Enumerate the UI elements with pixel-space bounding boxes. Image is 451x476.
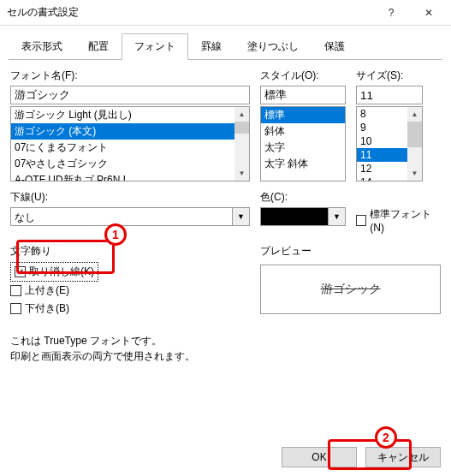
annotation-badge-2: 2 bbox=[375, 426, 397, 449]
list-item[interactable]: 游ゴシック Light (見出し) bbox=[11, 107, 234, 123]
scroll-down-icon[interactable]: ▼ bbox=[407, 166, 422, 181]
scroll-down-icon[interactable]: ▼ bbox=[234, 166, 249, 181]
list-item[interactable]: 07やさしさゴシック bbox=[11, 156, 234, 172]
style-listbox[interactable]: 標準 斜体 太字 太字 斜体 bbox=[260, 106, 346, 181]
checkbox-icon bbox=[10, 303, 21, 314]
color-label: 色(C): bbox=[260, 190, 346, 205]
size-listbox[interactable]: 8 9 10 11 12 14 ▲ ▼ bbox=[356, 106, 423, 181]
list-item[interactable]: 斜体 bbox=[261, 123, 345, 140]
list-item[interactable]: 14 bbox=[357, 176, 407, 181]
tab-protection[interactable]: 保護 bbox=[312, 33, 358, 60]
scroll-up-icon[interactable]: ▲ bbox=[234, 107, 249, 122]
tab-fill[interactable]: 塗りつぶし bbox=[234, 33, 312, 60]
style-input[interactable] bbox=[260, 86, 346, 104]
tab-font[interactable]: フォント bbox=[122, 33, 188, 60]
list-item[interactable]: 8 bbox=[357, 107, 407, 121]
list-item[interactable]: 9 bbox=[357, 121, 407, 134]
scrollbar[interactable]: ▲ ▼ bbox=[234, 107, 249, 181]
checkbox-icon bbox=[356, 215, 366, 226]
underline-combo[interactable]: なし bbox=[10, 207, 233, 226]
underline-label: 下線(U): bbox=[10, 190, 250, 205]
size-label: サイズ(S): bbox=[356, 68, 423, 83]
strikethrough-label: 取り消し線(K) bbox=[29, 265, 94, 279]
checkbox-icon bbox=[10, 285, 21, 296]
tab-border[interactable]: 罫線 bbox=[188, 33, 234, 60]
list-item[interactable]: 10 bbox=[357, 134, 407, 148]
chevron-down-icon[interactable]: ▼ bbox=[329, 207, 346, 226]
preview-text: 游ゴシック bbox=[321, 282, 381, 297]
list-item[interactable]: 太字 bbox=[261, 140, 345, 156]
chevron-down-icon[interactable]: ▼ bbox=[233, 207, 250, 226]
description: これは TrueType フォントです。 印刷と画面表示の両方で使用されます。 bbox=[10, 333, 441, 364]
preview-label: プレビュー bbox=[260, 244, 441, 259]
subscript-checkbox[interactable]: 下付き(B) bbox=[10, 300, 250, 318]
strikethrough-checkbox[interactable]: 取り消し線(K) bbox=[10, 262, 98, 282]
effects-label: 文字飾り bbox=[10, 244, 250, 259]
cancel-button[interactable]: キャンセル bbox=[365, 447, 441, 467]
color-combo[interactable] bbox=[260, 207, 329, 226]
list-item[interactable]: 太字 斜体 bbox=[261, 156, 345, 172]
list-item[interactable]: 12 bbox=[357, 162, 407, 176]
normal-font-label: 標準フォント(N) bbox=[370, 207, 441, 234]
list-item[interactable]: 游ゴシック (本文) bbox=[11, 123, 234, 140]
ok-button[interactable]: OK bbox=[282, 447, 357, 467]
list-item[interactable]: A-OTF UD新丸ゴ Pr6N L bbox=[11, 172, 234, 181]
size-input[interactable] bbox=[356, 86, 423, 104]
font-label: フォント名(F): bbox=[10, 68, 250, 83]
checkbox-icon bbox=[15, 266, 26, 277]
scroll-thumb[interactable] bbox=[407, 122, 422, 147]
list-item[interactable]: 11 bbox=[357, 148, 407, 162]
tab-alignment[interactable]: 配置 bbox=[75, 33, 122, 60]
list-item[interactable]: 標準 bbox=[261, 107, 345, 123]
tab-strip: 表示形式 配置 フォント 罫線 塗りつぶし 保護 bbox=[9, 33, 442, 60]
list-item[interactable]: 07にくまるフォント bbox=[11, 140, 234, 156]
preview-box: 游ゴシック bbox=[260, 265, 441, 314]
scroll-up-icon[interactable]: ▲ bbox=[407, 107, 422, 122]
style-label: スタイル(O): bbox=[260, 68, 346, 83]
normal-font-checkbox[interactable]: 標準フォント(N) bbox=[356, 205, 441, 235]
scrollbar[interactable]: ▲ ▼ bbox=[407, 107, 422, 181]
window-title: セルの書式設定 bbox=[7, 5, 372, 20]
tab-number[interactable]: 表示形式 bbox=[9, 33, 75, 60]
titlebar: セルの書式設定 ? ✕ bbox=[0, 0, 451, 26]
help-button[interactable]: ? bbox=[372, 0, 410, 26]
superscript-checkbox[interactable]: 上付き(E) bbox=[10, 282, 250, 300]
font-input[interactable] bbox=[10, 86, 250, 104]
subscript-label: 下付き(B) bbox=[25, 301, 69, 316]
close-button[interactable]: ✕ bbox=[410, 0, 448, 26]
font-listbox[interactable]: 游ゴシック Light (見出し) 游ゴシック (本文) 07にくまるフォント … bbox=[10, 106, 250, 181]
superscript-label: 上付き(E) bbox=[25, 283, 69, 298]
scroll-thumb[interactable] bbox=[234, 122, 249, 134]
